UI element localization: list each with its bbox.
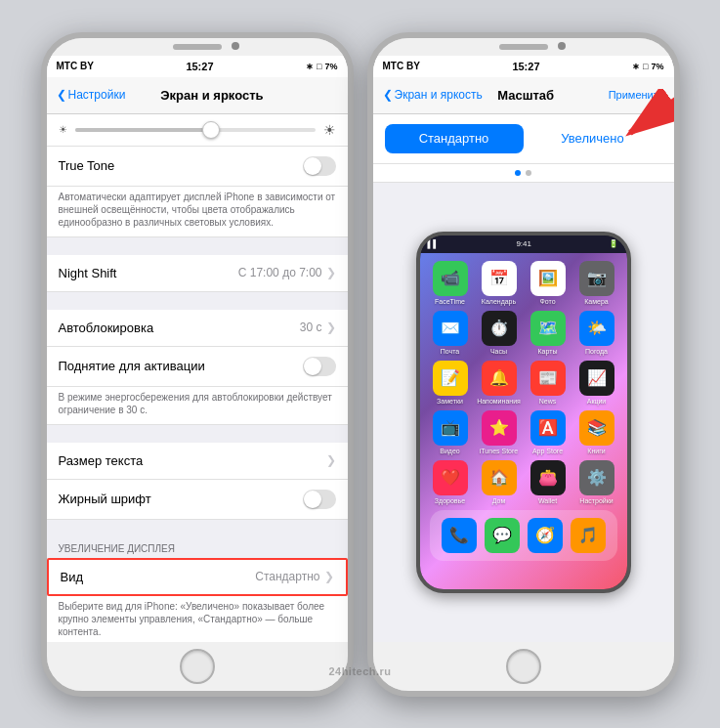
night-shift-value: С 17:00 до 7:00 [238,266,322,279]
mini-app-mail: ✉️ Почта [430,311,471,355]
maps-label: Карты [538,348,558,355]
spacer4 [47,520,348,537]
facetime-label: FaceTime [435,298,465,305]
dock-messages-icon: 💬 [485,518,520,553]
red-arrow [601,89,680,148]
home-label: Дом [492,497,506,504]
toggle-knob2 [304,358,321,375]
dock-music-icon: 🎵 [571,518,606,553]
spacer3 [47,425,348,443]
bluetooth-icon: ∗ [306,62,314,71]
right-phone-top [373,38,674,56]
auto-lock-value: 30 с [300,321,322,334]
raise-wake-label: Поднятие для активации [59,359,205,373]
toggle-knob [304,157,321,175]
reminders-icon: 🔔 [482,361,517,396]
mini-battery: 🔋 [609,239,618,248]
photos-label: Фото [539,298,555,305]
tv-label: Видео [440,448,459,454]
mini-app-calendar: 📅 Календарь [479,261,520,305]
mini-app-clock: ⏱️ Часы [479,311,520,355]
notes-label: Заметки [437,398,463,405]
wallet-label: Wallet [538,497,557,504]
display-zoom-row[interactable]: Вид Стандартно ❯ [47,558,348,596]
raise-wake-row: Поднятие для активации [47,347,348,387]
mini-app-stocks: 📈 Акции [576,361,617,405]
facetime-icon: 📹 [433,261,468,296]
calendar-label: Календарь [482,298,516,305]
mini-app-tv: 📺 Видео [430,410,471,454]
mini-row-3: 📝 Заметки 🔔 Напоминания 📰 News [426,361,621,405]
stocks-label: Акции [587,398,607,405]
mini-dock: 📞 💬 🧭 🎵 [430,510,617,561]
display-zoom-label: Вид [61,570,84,584]
left-phone: МТС BY 15:27 ∗ □ 7% ❮ Настройки Экран и … [41,32,354,697]
brightness-low-icon: ☀ [59,124,67,135]
mini-app-notes: 📝 Заметки [430,361,471,405]
auto-lock-right: 30 с ❯ [300,321,336,334]
brightness-row: ☀ ☀ [47,114,348,147]
camera-icon: 📷 [579,261,614,296]
right-right-icons: ∗ □ 7% [632,62,663,71]
battery-icon: □ [317,62,321,71]
mini-app-itunes: ⭐ iTunes Store [479,410,520,454]
right-carrier: МТС BY [383,61,420,71]
camera-right [558,42,566,50]
bold-text-toggle[interactable] [303,490,336,509]
itunes-icon: ⭐ [482,410,517,446]
left-phone-top [47,38,348,56]
reminders-label: Напоминания [477,398,521,405]
mini-iphone-container: ▌▌ 9:41 🔋 📹 FaceTime [373,183,674,642]
speaker [173,44,222,50]
night-shift-right: С 17:00 до 7:00 ❯ [238,266,336,279]
brightness-fill [75,128,207,132]
section-header-zoom: УВЕЛИЧЕНИЕ ДИСПЛЕЯ [47,537,348,558]
clock-label: Часы [490,348,507,355]
mini-app-reminders: 🔔 Напоминания [479,361,520,405]
appstore-icon: 🅰️ [530,410,566,446]
health-label: Здоровье [435,497,465,504]
standard-scale-btn[interactable]: Стандартно [385,124,524,153]
camera [232,42,239,50]
phones-container: МТС BY 15:27 ∗ □ 7% ❮ Настройки Экран и … [41,32,680,697]
display-zoom-value: Стандартно [255,570,319,583]
true-tone-toggle[interactable] [303,156,336,176]
mini-app-health: ❤️ Здоровье [430,460,471,504]
dock-safari-icon: 🧭 [528,518,563,553]
mini-app-photos: 🖼️ Фото [528,261,569,305]
text-size-row[interactable]: Размер текста ❯ [47,443,348,480]
camera-label: Камера [584,298,608,305]
mini-app-news: 📰 News [528,361,569,405]
spacer2 [47,292,348,310]
right-time: 15:27 [512,61,539,72]
night-shift-row[interactable]: Night Shift С 17:00 до 7:00 ❯ [47,255,348,292]
wallet-icon: 👛 [530,460,566,495]
news-label: News [539,398,557,405]
spacer1 [47,237,348,255]
scale-content: Стандартно Увеличено ▌▌ 9:41 🔋 [373,114,674,642]
left-status-bar: МТС BY 15:27 ∗ □ 7% [47,56,348,77]
mini-app-weather: 🌤️ Погода [576,311,617,355]
mini-app-home: 🏠 Дом [479,460,520,504]
books-label: Книги [587,448,605,454]
right-icons: ∗ □ 7% [306,62,337,71]
settings-icon: ⚙️ [579,460,614,495]
raise-wake-toggle[interactable] [303,357,336,376]
mini-app-facetime: 📹 FaceTime [430,261,471,305]
home-button-right[interactable] [506,649,541,684]
left-nav-header: ❮ Настройки Экран и яркость [47,77,348,114]
news-icon: 📰 [530,361,566,396]
auto-lock-row[interactable]: Автоблокировка 30 с ❯ [47,310,348,347]
home-icon: 🏠 [482,460,517,495]
brightness-slider[interactable] [75,128,316,132]
true-tone-desc: Автоматически адаптирует дисплей iPhone … [47,187,348,237]
chevron-right-icon3: ❯ [326,453,336,467]
mini-app-wallet: 👛 Wallet [528,460,569,504]
watermark: 24hitech.ru [328,665,391,677]
brightness-high-icon: ☀ [323,122,336,138]
mini-app-appstore: 🅰️ App Store [528,410,569,454]
mail-icon: ✉️ [433,311,468,346]
mini-home-screen: 📹 FaceTime 📅 Календарь 🖼️ Фото [420,253,627,589]
home-button-left[interactable] [180,649,215,684]
mini-row-4: 📺 Видео ⭐ iTunes Store 🅰️ App Store [426,410,621,454]
